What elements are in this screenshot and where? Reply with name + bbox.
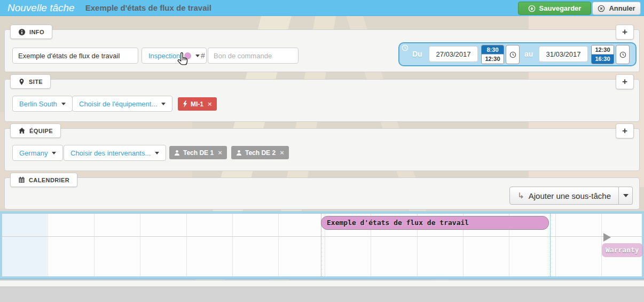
from-time-start[interactable]: 8:30: [482, 45, 504, 55]
date-range-panel: Du 8:30 12:30 au 12:30 16:30: [398, 42, 637, 66]
person-icon: [236, 150, 242, 156]
cancel-icon: [598, 5, 605, 12]
gantt-row-divider: [2, 236, 642, 237]
info-add-button[interactable]: +: [616, 25, 634, 40]
footer-area: [0, 287, 644, 302]
add-subtask-dropdown-button[interactable]: [619, 187, 633, 205]
caret-down-icon: [52, 152, 56, 154]
info-tab-label: INFO: [29, 29, 44, 35]
map-pin-icon: [18, 78, 25, 86]
task-end-guide: [550, 214, 551, 276]
members-placeholder: Choisir des intervenants...: [70, 149, 151, 157]
save-icon: [528, 5, 536, 12]
info-section: INFO + Inspection # Du 8:30 12:30 au 12:: [4, 29, 640, 72]
site-tab-label: SITE: [29, 79, 43, 85]
gantt-grid: Exemple d'états de flux de travail Warra…: [2, 214, 642, 276]
equipment-placeholder: Choisir de l'équipement...: [79, 100, 157, 108]
from-date-input[interactable]: [429, 46, 478, 62]
remove-tag-icon[interactable]: ×: [218, 149, 222, 157]
info-icon: [18, 28, 26, 36]
home-icon: [18, 127, 26, 134]
lightning-icon: [183, 100, 187, 107]
warranty-marker-icon: [603, 233, 611, 242]
site-tab: SITE: [10, 74, 51, 89]
cancel-button-label: Annuler: [609, 4, 635, 12]
member-tag-label: Tech DE 2: [245, 149, 276, 157]
caret-down-icon: [195, 55, 200, 57]
site-add-button[interactable]: +: [616, 74, 634, 89]
team-dropdown[interactable]: Germany: [12, 145, 63, 161]
from-time-picker-button[interactable]: [506, 45, 520, 64]
to-label: au: [524, 43, 533, 65]
member-tag: Tech DE 1 ×: [169, 146, 227, 159]
member-tag-label: Tech DE 1: [183, 149, 214, 157]
add-subtask-label: Ajouter une sous-tâche: [529, 191, 611, 200]
purchase-order-input[interactable]: [208, 48, 299, 64]
to-time-start[interactable]: 12:30: [592, 45, 614, 55]
from-label: Du: [412, 43, 422, 65]
cancel-button[interactable]: Annuler: [592, 2, 641, 15]
team-value: Germany: [19, 149, 48, 157]
calendar-section: CALENDRIER ↳ Ajouter une sous-tâche: [4, 177, 640, 210]
task-type-dropdown[interactable]: Inspection: [142, 48, 207, 64]
person-icon: [174, 150, 180, 156]
clock-icon: [402, 44, 409, 51]
po-prefix: #: [201, 51, 205, 60]
page-title: Nouvelle tâche: [7, 2, 75, 14]
from-time-end[interactable]: 12:30: [482, 55, 504, 64]
save-button-label: Sauvegarder: [539, 4, 582, 12]
caret-down-icon: [161, 103, 166, 105]
team-section: ÉQUIPE + Germany Choisir des intervenant…: [4, 128, 640, 171]
task-name-input[interactable]: [12, 48, 138, 64]
caret-down-icon: [155, 152, 159, 154]
header-bar: Nouvelle tâche Exemple d'états de flux d…: [0, 0, 644, 16]
warranty-badge: Warranty: [602, 243, 643, 257]
calendar-tab-label: CALENDRIER: [29, 177, 69, 183]
site-value: Berlin South: [19, 100, 57, 108]
caret-down-icon: [623, 194, 629, 197]
site-section: SITE + Berlin South Choisir de l'équipem…: [4, 79, 640, 122]
equipment-dropdown[interactable]: Choisir de l'équipement...: [72, 96, 172, 112]
calendar-icon: [18, 176, 25, 183]
save-button[interactable]: Sauvegarder: [518, 2, 591, 15]
team-add-button[interactable]: +: [616, 123, 634, 138]
to-time-selector: 12:30 16:30: [591, 45, 614, 64]
team-tab: ÉQUIPE: [10, 123, 61, 138]
task-type-value: Inspection: [148, 52, 180, 60]
gantt-timeline: Exemple d'états de flux de travail Warra…: [0, 211, 644, 280]
equipment-tag-label: MI-1: [191, 100, 203, 108]
type-color-dot-icon: [184, 52, 191, 59]
task-title: Exemple d'états de flux de travail: [85, 3, 211, 12]
gantt-first-column: [2, 214, 47, 276]
from-time-selector: 8:30 12:30: [481, 45, 504, 64]
to-time-picker-button[interactable]: [616, 45, 630, 64]
gantt-task-bar[interactable]: Exemple d'états de flux de travail: [321, 216, 549, 230]
page: Nouvelle tâche Exemple d'états de flux d…: [0, 0, 644, 302]
clock-icon: [619, 51, 626, 58]
to-time-end[interactable]: 16:30: [592, 55, 614, 64]
remove-tag-icon[interactable]: ×: [280, 149, 284, 157]
caret-down-icon: [61, 103, 66, 105]
bottom-strip: [0, 280, 644, 287]
info-tab: INFO: [10, 25, 52, 39]
add-subtask-button[interactable]: ↳ Ajouter une sous-tâche: [509, 187, 619, 205]
clock-icon: [509, 51, 516, 58]
subtask-arrow-icon: ↳: [517, 191, 524, 200]
to-date-input[interactable]: [539, 46, 588, 62]
remove-tag-icon[interactable]: ×: [208, 100, 212, 108]
calendar-tab: CALENDRIER: [10, 173, 77, 187]
equipment-tag: MI-1 ×: [178, 97, 217, 111]
member-tag: Tech DE 2 ×: [231, 146, 289, 159]
members-dropdown[interactable]: Choisir des intervenants...: [64, 145, 166, 161]
team-tab-label: ÉQUIPE: [29, 128, 53, 134]
site-dropdown[interactable]: Berlin South: [12, 96, 73, 112]
